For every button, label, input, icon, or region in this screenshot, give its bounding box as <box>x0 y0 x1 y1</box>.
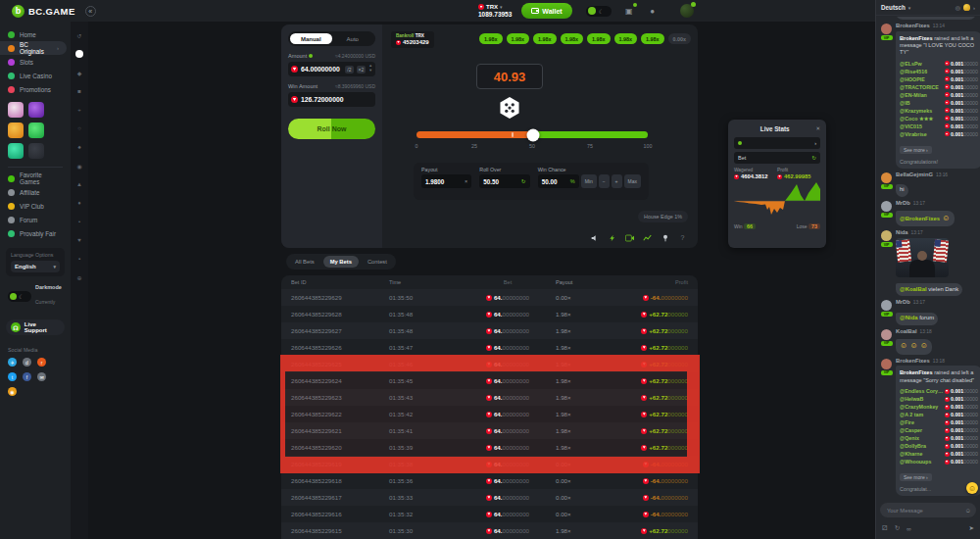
emoji-picker-icon[interactable]: ☺ <box>965 508 971 514</box>
rail-game-target[interactable]: ■ <box>75 87 83 95</box>
chat-username[interactable]: BrokenFixes <box>896 24 930 29</box>
sidebar-item-promotions[interactable]: Promotions <box>0 82 71 96</box>
rain-recipient-name[interactable]: @TRACTORICE <box>900 84 945 90</box>
sidebar-item-live-casino[interactable]: Live Casino <box>0 69 71 82</box>
theme-toggle[interactable]: ☾ <box>586 6 612 17</box>
rain-recipient-name[interactable]: @HOOPIE <box>900 76 945 82</box>
amount-input[interactable]: 64.00000000 /2 ×2 ▲ ▼ <box>288 62 375 76</box>
stats-currency-selector[interactable]: › <box>734 137 820 149</box>
rain-recipient-name[interactable]: @CrazyMonkey <box>900 404 945 410</box>
winchance-input[interactable]: 50.00 % <box>538 174 579 188</box>
table-row[interactable]: 26064438522961501:35:3064.000000001.98×+… <box>281 522 698 539</box>
rewards-button[interactable]: ▣ <box>623 5 635 17</box>
chance-button-max[interactable]: Max <box>624 174 641 188</box>
chat-rules-icon[interactable]: ◎ <box>956 4 960 11</box>
history-chip[interactable]: 1.98x <box>561 33 584 44</box>
table-row[interactable]: 26064438522961601:35:3264.000000000.00×-… <box>291 506 688 522</box>
avatar[interactable] <box>881 329 892 340</box>
rain-recipient-name[interactable]: @Fire <box>900 419 945 425</box>
rain-recipient-name[interactable]: @Kharne <box>900 451 945 457</box>
chance-button-+[interactable]: + <box>612 174 622 188</box>
rollover-input[interactable]: 50.50 ↻ <box>479 174 529 188</box>
mention-link[interactable]: @KoalBal <box>900 286 927 292</box>
twitter-icon[interactable]: t <box>8 372 17 381</box>
link-icon[interactable]: ∞ <box>906 525 911 532</box>
stats-bet-row[interactable]: Bet ↻ <box>734 152 820 164</box>
rail-game-mines[interactable]: ♥ <box>75 236 83 244</box>
reddit-icon[interactable]: r <box>37 358 46 367</box>
mention-link[interactable]: @BrokenFixes <box>900 216 940 221</box>
history-chip[interactable]: 1.98x <box>641 33 664 44</box>
rain-recipient-name[interactable]: @Endless CoryE... <box>900 388 945 394</box>
avatar[interactable] <box>881 24 892 34</box>
amount-stepper[interactable]: ▲ ▼ <box>368 65 372 74</box>
chat-username[interactable]: BellaGejminG <box>896 172 933 178</box>
clear-icon[interactable]: × <box>465 178 467 184</box>
gif-icon[interactable]: ⚂ <box>882 524 888 532</box>
rain-recipient-name[interactable]: @HelwaB <box>900 396 945 402</box>
chance-button-−[interactable]: − <box>599 174 610 188</box>
chat-username[interactable]: MrDb <box>896 300 910 306</box>
trophy-icon[interactable] <box>963 4 970 11</box>
roll-slider[interactable] <box>416 131 648 138</box>
balance-selector[interactable]: TRX ▾ 1089.73953 <box>478 4 512 18</box>
history-chip[interactable]: 1.98x <box>507 33 530 44</box>
rail-game-keno[interactable]: • <box>75 218 83 225</box>
sidebar-item-provably-fair[interactable]: Provably Fair <box>0 226 71 240</box>
payout-input[interactable]: 1.9800 × <box>421 174 471 188</box>
table-row[interactable]: 26064438522961801:35:3664.000000000.00×-… <box>291 472 688 489</box>
flip-icon[interactable]: ↻ <box>521 178 526 184</box>
sound-icon[interactable] <box>590 233 599 242</box>
trends-icon[interactable] <box>643 233 652 242</box>
avatar[interactable] <box>881 201 892 212</box>
bets-tab-all-bets[interactable]: All Bets <box>288 256 321 268</box>
user-avatar[interactable] <box>680 4 694 18</box>
rail-game-tower[interactable]: ▪ <box>75 255 83 263</box>
sidebar-item-bc-originals[interactable]: BC Originals› <box>0 41 67 55</box>
table-row[interactable]: 26064438522962101:35:4164.000000001.98×+… <box>281 422 698 439</box>
reset-icon[interactable]: ↻ <box>811 155 816 161</box>
emoji-reaction-button[interactable]: ☺ <box>966 482 978 494</box>
table-row[interactable]: 26064438522962501:35:4664.000000001.98×+… <box>281 356 698 372</box>
table-row[interactable]: 26064438522962201:35:4264.000000001.98×+… <box>291 406 688 422</box>
sidebar-item-vip-club[interactable]: VIP Club <box>0 199 71 213</box>
rain-recipient-name[interactable]: @Rise4516 <box>900 69 945 74</box>
see-more-button[interactable]: See more › <box>900 473 932 481</box>
table-row[interactable]: 26064438522962801:35:4864.000000001.98×+… <box>291 306 688 322</box>
rain-recipient-name[interactable]: @EN-Milan <box>900 92 945 98</box>
rain-recipient-name[interactable]: @Krazymeks <box>900 108 945 114</box>
turbo-icon[interactable] <box>608 233 616 242</box>
rain-recipient-name[interactable]: @Whoouups <box>900 459 945 465</box>
mention-link[interactable]: @Nida <box>900 315 918 320</box>
email-icon[interactable]: ✉ <box>37 372 46 381</box>
rail-game-roulette[interactable]: ⊕ <box>75 273 83 281</box>
table-row[interactable]: 26064438522962301:35:4364.000000001.98×+… <box>281 389 698 406</box>
bets-tab-my-bets[interactable]: My Bets <box>323 256 359 268</box>
sidebar-item-favorite-games[interactable]: Favorite Games <box>0 172 71 185</box>
game-tile-rocket[interactable] <box>28 122 44 138</box>
wallet-button[interactable]: Wallet <box>521 3 571 19</box>
sidebar-item-slots[interactable]: Slots <box>0 55 71 69</box>
logo[interactable]: b BC.GAME « <box>0 5 225 18</box>
rail-game-dice[interactable] <box>75 50 83 58</box>
avatar[interactable] <box>881 172 892 183</box>
rain-recipient-name[interactable]: @Virabrise <box>900 131 945 137</box>
history-chip[interactable]: 1.98x <box>479 33 503 44</box>
rail-game-limbo[interactable]: ◉ <box>75 162 83 170</box>
game-tile-gem[interactable] <box>28 102 44 118</box>
avatar[interactable] <box>881 230 892 241</box>
rain-recipient-name[interactable]: @ELsPw <box>900 61 945 67</box>
chat-collapse-icon[interactable]: › <box>973 5 975 11</box>
sidebar-collapse-button[interactable]: « <box>85 6 96 17</box>
avatar[interactable] <box>881 300 892 311</box>
tab-auto[interactable]: Auto <box>332 33 374 44</box>
rail-game-swap[interactable]: ↺ <box>75 31 83 39</box>
rail-game-hilo[interactable]: ♦ <box>75 199 83 207</box>
close-icon[interactable]: ✕ <box>815 125 820 131</box>
rain-recipient-name[interactable]: @Qenix <box>900 435 945 441</box>
discord-icon[interactable]: d <box>23 358 31 367</box>
chat-username[interactable]: MrDb <box>896 201 910 207</box>
history-chip[interactable]: 0.00x <box>668 33 692 44</box>
sidebar-item-affiliate[interactable]: Affiliate <box>0 185 71 199</box>
history-chip[interactable]: 1.98x <box>533 33 557 44</box>
